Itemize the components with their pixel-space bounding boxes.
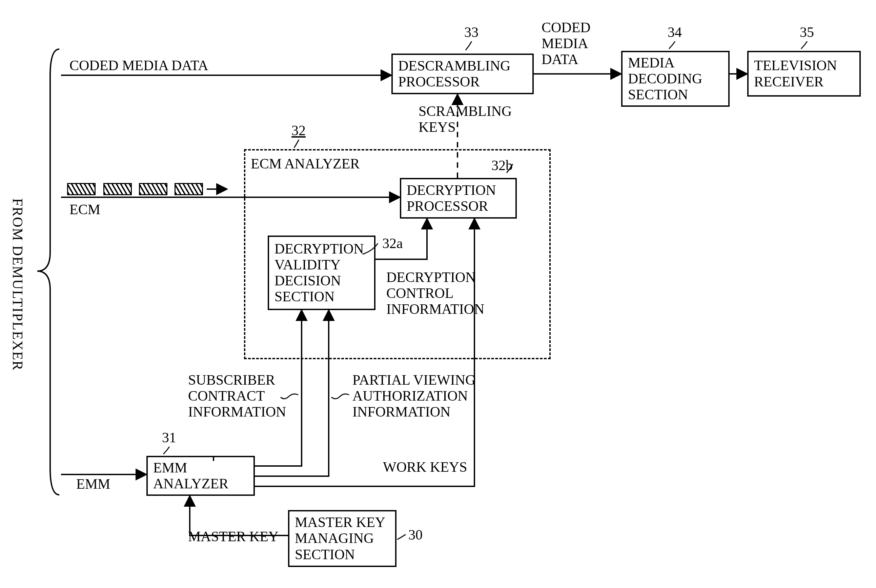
subscriber-contract-info-label: SUBSCRIBER CONTRACT INFORMATION [188, 372, 286, 420]
ref-35: 35 [800, 24, 814, 40]
master-key-label: MASTER KEY [188, 529, 279, 544]
ecm-packet [67, 183, 96, 195]
partial-viewing-auth-label: PARTIAL VIEWING AUTHORIZATION INFORMATIO… [352, 372, 476, 420]
ref-32a: 32a [382, 236, 403, 252]
ref-31: 31 [162, 430, 176, 446]
ref-32: 32 [291, 123, 306, 139]
ref-32b: 32b [491, 158, 513, 174]
media-decoding-section-box: MEDIA DECODING SECTION [621, 51, 730, 107]
ref-34: 34 [668, 24, 682, 40]
decryption-processor-box: DECRYPTION PROCESSOR [400, 178, 517, 219]
television-receiver-box: TELEVISION RECEIVER [747, 51, 861, 97]
work-keys-label: WORK KEYS [383, 459, 467, 475]
ecm-analyzer-label: ECM ANALYZER [251, 156, 360, 172]
decryption-control-info-label: DECRYPTION CONTROL INFORMATION [386, 269, 484, 317]
ecm-packet [104, 183, 132, 195]
master-key-managing-box: MASTER KEY MANAGING SECTION [288, 510, 396, 567]
coded-media-data-label: CODED MEDIA DATA [69, 58, 208, 74]
emm-analyzer-box: EMM ANALYZER [146, 456, 255, 496]
ecm-label: ECM [69, 202, 100, 218]
scrambling-keys-label: SCRAMBLING KEYS [418, 104, 512, 135]
ref-30: 30 [408, 527, 423, 543]
ecm-packet [139, 183, 167, 195]
diagram-canvas: FROM DEMULTIPLEXER CODED MEDIA DATA 33 D… [0, 0, 876, 588]
ref-33: 33 [464, 24, 478, 40]
emm-label: EMM [76, 476, 110, 492]
decryption-validity-box: DECRYPTION VALIDITY DECISION SECTION [268, 236, 375, 310]
ecm-packet [174, 183, 203, 195]
coded-media-data-out-label: CODED MEDIA DATA [542, 20, 591, 68]
descrambling-processor-box: DESCRAMBLING PROCESSOR [392, 54, 534, 94]
source-label: FROM DEMULTIPLEXER [9, 198, 26, 371]
